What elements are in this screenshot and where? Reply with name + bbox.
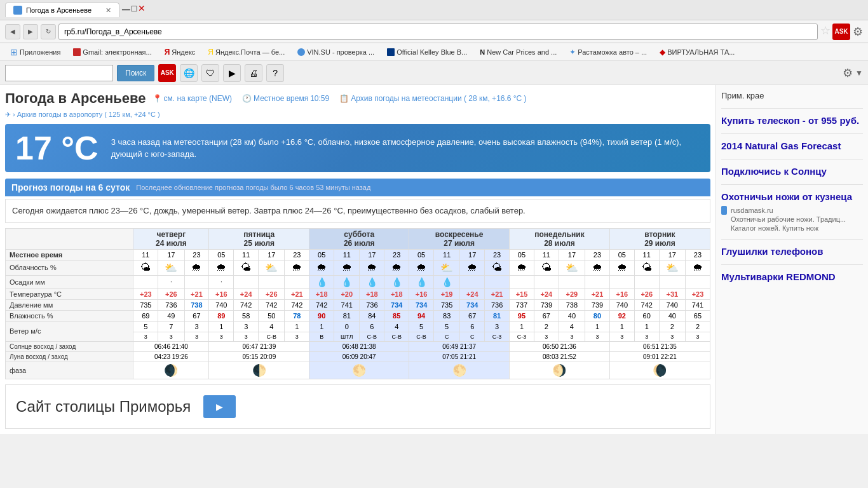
globe-icon[interactable]: 🌐 [180,64,198,82]
hum-23: 65 [685,310,710,321]
star-icon[interactable]: ☆ [820,24,831,40]
yandex-icon: Я [165,48,170,57]
bookmark-newcar-label: New Car Prices and ... [487,48,557,56]
cloud-12: 🌧 [409,260,434,275]
forward-button[interactable]: ▶ [23,24,38,39]
bookmark-kelley[interactable]: Official Kelley Blue B... [382,47,472,57]
cloud-5: 🌤 [234,260,259,275]
hum-15: 81 [485,310,510,321]
bookmark-customs[interactable]: ✦ Растаможка авто – ... [564,46,652,58]
bookmark-gmail[interactable]: Gmail: электронная... [68,47,156,57]
time-17-2: 17 [259,249,285,260]
press-6: 742 [259,299,285,310]
bookmark-apps[interactable]: ⊞ Приложения [5,46,65,58]
maximize-button[interactable]: □ [132,3,137,17]
sidebar-ad-4-link[interactable]: Подключись к Солнцу [721,166,827,177]
precip-17 [534,275,559,288]
precipitation-row: Осадки мм · · 💧 💧 💧 💧 💧 💧 [6,275,710,288]
wdir-22: 3 [659,332,685,341]
hum-17: 67 [534,310,559,321]
temp-10: +18 [360,288,384,299]
ask-toolbar-button[interactable]: ASK [158,64,176,82]
back-button[interactable]: ◀ [5,24,20,39]
bookmark-vin[interactable]: VIN.SU - проверка ... [292,47,379,57]
bookmark-yandex-mail[interactable]: Я Яндекс.Почта — бе... [203,46,290,58]
close-button[interactable]: ✕ [138,3,146,17]
refresh-button[interactable]: ↻ [41,24,56,39]
wdir-16: С-3 [510,332,534,341]
forecast-title: Прогноз погоды на 6 суток [11,182,130,193]
day-name-tue: вторник [611,230,709,239]
sun-label: Солнце восход / заход [6,341,133,351]
press-15: 736 [485,299,510,310]
toolbar-menu-icon[interactable]: ▼ [855,69,863,78]
browser-tab[interactable]: Погода в Арсеньеве ✕ [5,3,119,17]
bookmark-customs-label: Растаможка авто – ... [578,48,647,56]
search-button[interactable]: Поиск [117,65,154,81]
wind-speed-row: Ветер м/с 5 7 3 1 3 4 1 1 0 6 4 5 5 6 3 [6,321,710,332]
bookmark-newcar[interactable]: N New Car Prices and ... [475,47,562,57]
precip-16 [510,275,534,288]
cloud-label: Облачность % [6,260,133,275]
wind-16: 1 [510,321,534,332]
minimize-button[interactable]: ─ [122,3,130,17]
sidebar-ad-6-link[interactable]: Глушилки телефонов [721,246,823,257]
moon-row: Луна восход / заход 04:23 19:26 05:15 20… [6,351,710,362]
divider-1 [721,108,863,109]
temp-7: +21 [285,288,309,299]
humidity-label: Влажность % [6,310,133,321]
wdir-6: С-В [259,332,285,341]
current-weather-banner: 17 °С 3 часа назад на метеостанции (28 к… [5,124,710,172]
header-links: 📍 см. на карте (NEW) 🕐 Местное время 10:… [153,94,527,103]
shield-icon[interactable]: 🛡 [201,64,219,82]
moon-label: Луна восход / заход [6,351,133,362]
sidebar-ad-5-link[interactable]: Охотничьи ножи от кузнеца [721,191,852,202]
banner-button[interactable]: ▶ [203,395,236,418]
cloud-3: 🌧 [184,260,209,275]
precip-21 [634,275,659,288]
precip-20 [609,275,634,288]
precip-6 [259,275,285,288]
bookmark-yandex[interactable]: Я Яндекс [159,46,201,58]
search-input[interactable] [5,65,113,81]
wind-21: 1 [634,321,659,332]
play-icon[interactable]: ▶ [223,64,241,82]
precip-2: · [158,275,184,288]
airport-archive-link[interactable]: ✈ › Архив погоды в аэропорту ( 125 км, +… [5,111,710,119]
press-12: 734 [409,299,434,310]
print-icon[interactable]: 🖨 [245,64,262,82]
wind-17: 2 [534,321,559,332]
day-name-sat: суббота [310,230,408,239]
archive-station-link[interactable]: 📋 Архив погоды на метеостанции ( 28 км, … [339,94,526,103]
time-17-6: 17 [659,249,685,260]
press-18: 738 [559,299,585,310]
divider-6 [721,264,863,265]
sidebar-ad-7-link[interactable]: Мультиварки REDMOND [721,271,836,282]
sidebar-ad-3-link[interactable]: 2014 Natural Gas Forecast [721,140,841,151]
wind-9: 0 [334,321,360,332]
sidebar: Прим. крае Купить телескоп - от 955 руб.… [715,85,868,434]
gear-icon[interactable]: ⚙ [843,66,853,80]
sidebar-ad-1-link[interactable]: Прим. крае [721,91,764,100]
hum-5: 58 [234,310,259,321]
bookmark-gmail-label: Gmail: электронная... [83,48,151,56]
precip-22 [659,275,685,288]
map-link[interactable]: 📍 см. на карте (NEW) [153,94,233,103]
sidebar-ad-2-link[interactable]: Купить телескоп - от 955 руб. [721,115,859,126]
moon-sat: 06:09 20:47 [309,351,409,362]
help-icon[interactable]: ? [266,64,284,82]
settings-icon[interactable]: ⚙ [853,25,863,39]
sidebar-ad-3: 2014 Natural Gas Forecast [721,139,863,152]
bookmark-virtual[interactable]: ◆ ВИРТУАЛЬНАЯ ТА... [654,46,740,58]
divider-2 [721,133,863,134]
day-date-sun: 27 июля [410,239,508,248]
ask-button[interactable]: ASK [832,24,850,40]
precip-label: Осадки мм [6,275,133,288]
precip-8: 💧 [309,275,334,288]
time-value: 10:59 [310,94,329,103]
address-bar[interactable] [58,24,818,40]
wdir-18: 3 [559,332,585,341]
cloud-9: 🌧 [334,260,360,275]
temp-12: +16 [409,288,434,299]
tab-close-button[interactable]: ✕ [105,6,111,15]
